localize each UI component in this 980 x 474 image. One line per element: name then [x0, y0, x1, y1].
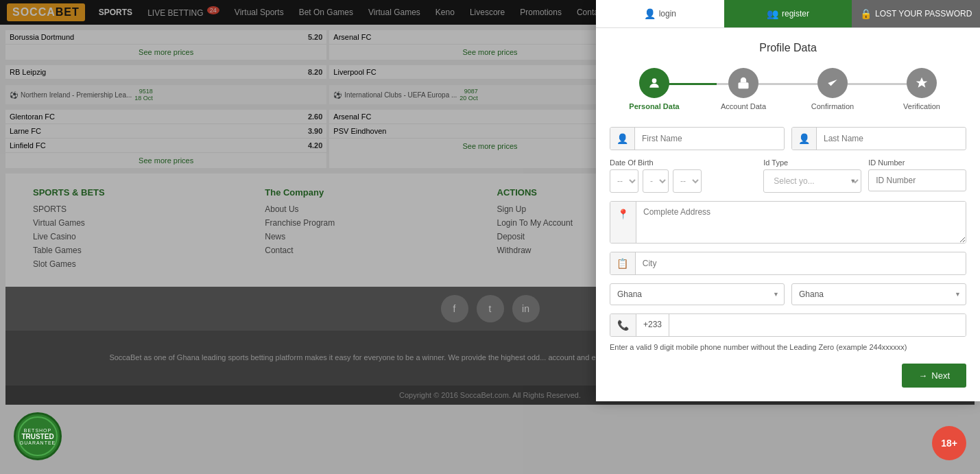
- id-number-field[interactable]: [868, 169, 966, 191]
- dob-group: Date Of Birth -- - --: [610, 158, 756, 193]
- dob-id-row: Date Of Birth -- - -- Id Type: [610, 158, 966, 193]
- city-icon: 📋: [610, 252, 636, 274]
- address-wrap: 📍: [610, 201, 966, 244]
- location-icon: 📍: [610, 202, 636, 243]
- city-field[interactable]: [636, 253, 966, 274]
- country-select-1[interactable]: Ghana: [610, 283, 785, 305]
- step-label-1: Personal Data: [629, 102, 679, 110]
- last-name-field[interactable]: [817, 128, 966, 149]
- phone-field[interactable]: [669, 314, 966, 336]
- step-verification: Verification: [877, 68, 966, 110]
- dob-month-select[interactable]: -: [643, 169, 669, 193]
- tab-register[interactable]: 👥 register: [724, 0, 852, 27]
- tab-login[interactable]: 👤 login: [596, 0, 724, 27]
- person-icon: 👤: [610, 128, 635, 150]
- step-circle-4: [907, 68, 937, 98]
- first-name-group: 👤: [610, 127, 785, 150]
- city-row: 📋: [610, 252, 966, 275]
- city-group: 📋: [610, 252, 966, 275]
- modal-overlay: 👤 login 👥 register 🔒 LOST YOUR PASSWORD …: [0, 0, 980, 410]
- id-number-group: ID Number: [868, 158, 966, 193]
- country-1-group: Ghana: [610, 283, 785, 305]
- person-icon-2: 👤: [792, 128, 817, 150]
- country-2-group: Ghana: [791, 283, 966, 305]
- step-circle-3: [817, 68, 848, 98]
- step-account-data: Account Data: [699, 68, 788, 110]
- svg-point-0: [652, 78, 657, 83]
- registration-modal: 👤 login 👥 register 🔒 LOST YOUR PASSWORD …: [596, 0, 980, 401]
- phone-wrap: 📞 +233: [610, 313, 966, 337]
- dob-year-select[interactable]: --: [673, 169, 702, 193]
- step-confirmation: Confirmation: [788, 68, 877, 110]
- step-label-3: Confirmation: [811, 102, 854, 110]
- id-type-group: Id Type Select yo...: [763, 158, 861, 193]
- modal-body: Profile Data Personal Data Account Data: [596, 28, 980, 401]
- phone-hint: Enter a valid 9 digit mobile phone numbe…: [610, 342, 966, 353]
- id-number-label: ID Number: [868, 158, 966, 167]
- svg-rect-1: [739, 82, 749, 88]
- step-circle-2: [728, 68, 758, 98]
- stepper: Personal Data Account Data Confirmation: [610, 68, 966, 110]
- country-select-2[interactable]: Ghana: [791, 283, 966, 305]
- register-tab-icon: 👥: [767, 8, 778, 19]
- last-name-group: 👤: [791, 127, 966, 150]
- dob-label: Date Of Birth: [610, 158, 756, 167]
- lock-icon: 🔒: [860, 8, 872, 19]
- step-label-2: Account Data: [721, 102, 766, 110]
- tab-lost-password[interactable]: 🔒 LOST YOUR PASSWORD: [852, 0, 980, 27]
- step-circle-1: [639, 68, 669, 98]
- next-button[interactable]: → Next: [902, 364, 966, 388]
- phone-prefix: +233: [636, 314, 669, 336]
- id-type-label: Id Type: [763, 158, 861, 167]
- first-name-field[interactable]: [635, 128, 784, 149]
- dob-day-select[interactable]: --: [610, 169, 638, 193]
- arrow-right-icon: →: [918, 370, 927, 381]
- modal-tabs: 👤 login 👥 register 🔒 LOST YOUR PASSWORD: [596, 0, 980, 28]
- login-tab-icon: 👤: [644, 8, 656, 19]
- phone-icon: 📞: [610, 314, 636, 336]
- step-label-4: Verification: [903, 102, 940, 110]
- profile-title: Profile Data: [610, 42, 966, 54]
- address-field[interactable]: [636, 202, 966, 243]
- id-type-select[interactable]: Select yo...: [763, 169, 861, 193]
- step-personal-data: Personal Data: [610, 68, 699, 110]
- country-row: Ghana Ghana: [610, 283, 966, 305]
- dob-selects: -- - --: [610, 169, 756, 193]
- name-row: 👤 👤: [610, 127, 966, 150]
